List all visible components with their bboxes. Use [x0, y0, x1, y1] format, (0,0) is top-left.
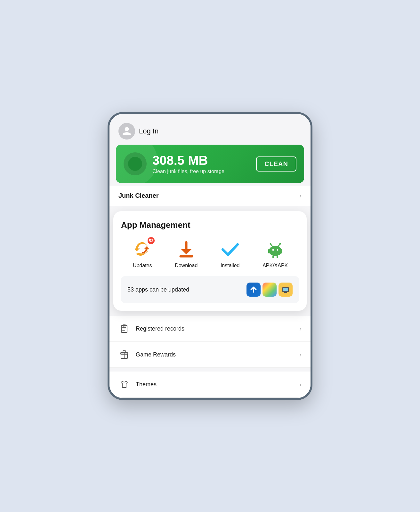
- themes-icon: [118, 379, 130, 390]
- svg-rect-14: [284, 292, 287, 293]
- download-label: Download: [175, 263, 198, 268]
- app-thumbnails: [246, 283, 293, 297]
- app-management-card: App Management: [113, 211, 307, 311]
- apk-label: APK/XAPK: [262, 263, 288, 268]
- themes-chevron: ›: [299, 381, 302, 388]
- updates-icon-wrapper: 53: [132, 239, 153, 260]
- themes-left: Themes: [118, 379, 157, 390]
- svg-point-6: [270, 243, 271, 245]
- banner-subtitle: Clean junk files, free up storage: [152, 169, 224, 174]
- app-thumb-2: [262, 283, 277, 297]
- registered-records-left: Registered records: [118, 323, 184, 334]
- svg-point-3: [277, 249, 278, 251]
- download-icon-wrapper: [176, 239, 197, 260]
- phone-frame: Log In 308.5 MB Clean junk files, free u…: [108, 112, 312, 400]
- svg-rect-13: [283, 288, 288, 291]
- installed-item[interactable]: Installed: [220, 239, 240, 268]
- app-thumb-3: [279, 283, 293, 297]
- game-rewards-label: Game Rewards: [136, 351, 176, 358]
- svg-rect-10: [272, 255, 274, 258]
- apk-android-icon: [265, 239, 286, 260]
- game-rewards-chevron: ›: [299, 351, 302, 358]
- themes-section: Themes ›: [109, 372, 311, 397]
- update-notice-text: 53 apps can be updated: [127, 286, 189, 293]
- themes-label: Themes: [136, 381, 157, 388]
- updates-item[interactable]: 53 Updates: [132, 239, 153, 268]
- gift-icon: [118, 349, 130, 360]
- svg-rect-9: [281, 249, 282, 253]
- download-item[interactable]: Download: [175, 239, 198, 268]
- updates-badge: 53: [147, 236, 155, 245]
- banner-circle-icon: [124, 152, 147, 175]
- junk-cleaner-row[interactable]: Junk Cleaner ›: [109, 186, 311, 206]
- installed-checkmark-icon: [220, 239, 240, 260]
- svg-rect-11: [277, 255, 278, 258]
- registered-records-label: Registered records: [136, 325, 184, 332]
- app-icons-row: 53 Updates D: [121, 239, 299, 268]
- banner-left: 308.5 MB Clean junk files, free up stora…: [124, 152, 224, 175]
- registered-records-chevron: ›: [299, 325, 302, 332]
- game-rewards-left: Game Rewards: [118, 349, 176, 360]
- installed-icon-wrapper: [220, 239, 240, 260]
- svg-rect-8: [268, 249, 270, 253]
- avatar: [118, 123, 135, 140]
- banner-size: 308.5 MB: [152, 153, 224, 167]
- update-notice[interactable]: 53 apps can be updated: [121, 276, 299, 303]
- svg-point-1: [269, 246, 282, 256]
- banner-text: 308.5 MB Clean junk files, free up stora…: [152, 153, 224, 174]
- junk-cleaner-chevron: ›: [299, 192, 302, 199]
- clean-button[interactable]: CLEAN: [256, 156, 296, 172]
- junk-cleaner-label: Junk Cleaner: [118, 192, 159, 199]
- clipboard-icon: [118, 323, 130, 334]
- download-icon: [176, 239, 197, 260]
- svg-point-2: [272, 249, 274, 251]
- header-bar: Log In: [109, 114, 311, 145]
- installed-label: Installed: [221, 263, 240, 268]
- phone-inner: Log In 308.5 MB Clean junk files, free u…: [109, 114, 311, 397]
- registered-records-item[interactable]: Registered records ›: [109, 316, 311, 342]
- menu-section: Registered records › Game Rewards: [109, 316, 311, 368]
- app-management-title: App Management: [121, 220, 299, 230]
- apk-icon-wrapper: [265, 239, 286, 260]
- app-thumb-1: [246, 283, 261, 297]
- banner-circle-inner: [128, 157, 142, 171]
- game-rewards-item[interactable]: Game Rewards ›: [109, 342, 311, 368]
- apk-item[interactable]: APK/XAPK: [262, 239, 288, 268]
- updates-label: Updates: [133, 263, 152, 268]
- login-label[interactable]: Log In: [139, 127, 158, 135]
- green-banner: 308.5 MB Clean junk files, free up stora…: [116, 145, 304, 183]
- svg-point-7: [279, 243, 281, 245]
- themes-item[interactable]: Themes ›: [109, 372, 311, 397]
